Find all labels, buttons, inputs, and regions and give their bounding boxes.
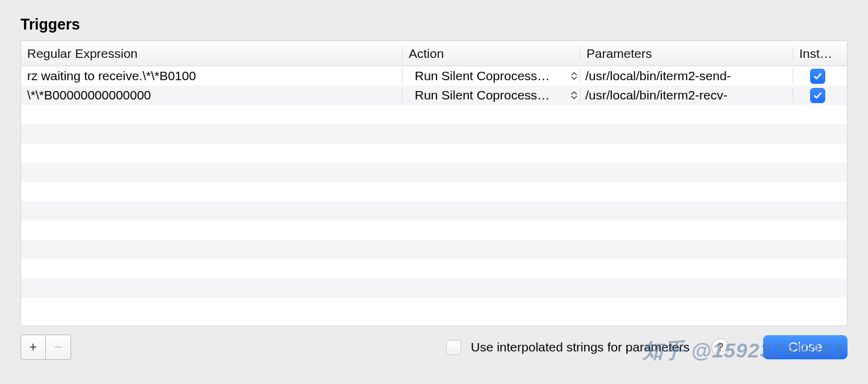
- help-button[interactable]: ?: [711, 338, 729, 356]
- interpolated-label: Use interpolated strings for parameters: [471, 340, 690, 354]
- table-row: [21, 259, 847, 279]
- col-header-parameters[interactable]: Parameters: [580, 46, 793, 61]
- col-header-instant[interactable]: Instant: [793, 46, 843, 61]
- cell-parameters[interactable]: /usr/local/bin/iterm2-send-: [580, 69, 793, 83]
- close-button[interactable]: Close: [763, 335, 848, 359]
- table-row: [21, 182, 847, 201]
- instant-checkbox[interactable]: [810, 88, 825, 103]
- col-header-regex[interactable]: Regular Expression: [21, 46, 403, 61]
- instant-checkbox[interactable]: [810, 69, 825, 84]
- table-row: [21, 240, 847, 259]
- chevron-up-down-icon: [571, 72, 577, 80]
- table-row[interactable]: rz waiting to receive.\*\*B0100Run Silen…: [21, 66, 847, 86]
- table-row: [21, 221, 847, 240]
- minus-icon: −: [54, 339, 62, 355]
- table-row[interactable]: \*\*B00000000000000Run Silent Coprocess……: [21, 86, 847, 105]
- plus-icon: +: [30, 339, 37, 355]
- question-icon: ?: [717, 341, 723, 354]
- add-trigger-button[interactable]: +: [20, 335, 46, 360]
- cell-instant[interactable]: [793, 88, 843, 103]
- cell-action[interactable]: Run Silent Coprocess…: [403, 88, 580, 102]
- table-row: [21, 105, 847, 124]
- cell-instant[interactable]: [793, 69, 843, 84]
- cell-regex[interactable]: \*\*B00000000000000: [21, 88, 403, 102]
- table-row: [21, 201, 847, 221]
- page-title: Triggers: [20, 16, 848, 33]
- table-row: [21, 298, 847, 317]
- col-header-action[interactable]: Action: [403, 46, 580, 61]
- table-row: [21, 163, 847, 182]
- cell-parameters[interactable]: /usr/local/bin/iterm2-recv-: [580, 88, 793, 102]
- interpolated-checkbox[interactable]: [446, 340, 461, 355]
- table-row: [21, 279, 847, 298]
- table-row: [21, 143, 847, 163]
- table-header: Regular Expression Action Parameters Ins…: [21, 41, 847, 66]
- chevron-up-down-icon: [571, 91, 577, 99]
- cell-action[interactable]: Run Silent Coprocess…: [403, 69, 580, 83]
- table-row: [21, 124, 847, 143]
- cell-regex[interactable]: rz waiting to receive.\*\*B0100: [21, 69, 403, 83]
- triggers-table: Regular Expression Action Parameters Ins…: [20, 40, 848, 326]
- remove-trigger-button[interactable]: −: [46, 335, 71, 360]
